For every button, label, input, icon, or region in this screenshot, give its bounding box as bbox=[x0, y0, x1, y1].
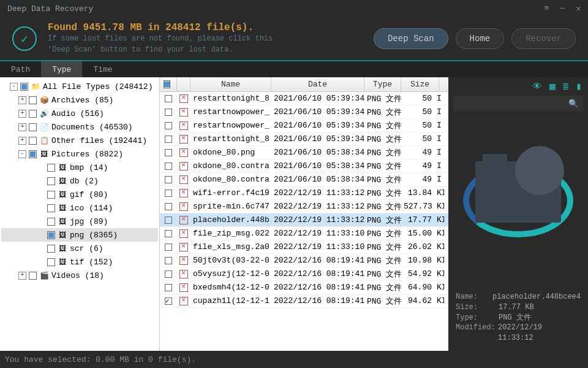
file-row[interactable]: restartnowpower_...2021/06/10 05:39:34PN… bbox=[160, 119, 448, 132]
checkbox[interactable] bbox=[29, 150, 37, 158]
tree-node[interactable]: -📁All File Types (248412) bbox=[1, 80, 158, 93]
tree-node[interactable]: 🖼jpg (89) bbox=[1, 215, 158, 228]
file-row[interactable]: placeholder.448b...2022/12/19 11:33:12PN… bbox=[160, 213, 448, 227]
row-checkbox[interactable] bbox=[165, 243, 172, 251]
deep-scan-button[interactable]: Deep Scan bbox=[374, 28, 448, 49]
expand-icon[interactable]: + bbox=[18, 272, 26, 280]
checkbox[interactable] bbox=[47, 191, 55, 199]
list-view-icon[interactable]: ≣ bbox=[563, 80, 569, 93]
row-checkbox[interactable] bbox=[165, 122, 172, 129]
file-row[interactable]: bxedsmh4(12-12-0...2022/12/16 08:19:41PN… bbox=[160, 281, 448, 294]
row-checkbox[interactable] bbox=[165, 136, 172, 143]
row-checkbox[interactable] bbox=[165, 176, 172, 183]
file-row[interactable]: cupazh1l(12-12-1...2022/12/16 08:19:41PN… bbox=[160, 294, 448, 308]
row-checkbox[interactable] bbox=[165, 203, 172, 210]
header-type[interactable]: Type bbox=[364, 77, 401, 91]
checkbox[interactable] bbox=[47, 164, 55, 172]
row-checkbox[interactable] bbox=[165, 95, 172, 102]
file-row[interactable]: restarttonight_8...2021/06/10 05:39:34PN… bbox=[160, 92, 448, 105]
tab-time[interactable]: Time bbox=[82, 61, 123, 77]
tab-type[interactable]: Type bbox=[41, 61, 82, 77]
checkbox[interactable] bbox=[29, 110, 37, 118]
checkbox[interactable] bbox=[29, 123, 37, 131]
row-checkbox[interactable] bbox=[165, 163, 172, 170]
checkbox[interactable] bbox=[47, 231, 55, 239]
tree-node[interactable]: 🖼tif (152) bbox=[1, 255, 158, 269]
tree-node[interactable]: +📄Documents (46530) bbox=[1, 120, 158, 134]
expand-icon[interactable]: + bbox=[18, 96, 26, 104]
row-checkbox[interactable] bbox=[165, 109, 172, 116]
checkbox[interactable] bbox=[47, 204, 55, 212]
file-row[interactable]: 50jt0v3t(03-22-0...2022/12/16 08:19:41PN… bbox=[160, 254, 448, 267]
tree-node[interactable]: 🖼db (2) bbox=[1, 174, 158, 188]
tree-node[interactable]: -🖼Pictures (8822) bbox=[1, 147, 158, 161]
header-name[interactable]: Name bbox=[190, 77, 271, 91]
file-row[interactable]: okdone_80.contra...2021/06/10 05:38:34PN… bbox=[160, 173, 448, 186]
tree-node[interactable]: +📋Other files (192441) bbox=[1, 134, 158, 147]
file-row[interactable]: okdone_80.png2021/06/10 05:38:34PNG 文件49… bbox=[160, 146, 448, 159]
file-name: 50jt0v3t(03-22-0... bbox=[190, 256, 271, 265]
info-size-label: Size: bbox=[456, 302, 499, 313]
row-checkbox[interactable] bbox=[165, 217, 172, 224]
tree-node[interactable]: +📦Archives (85) bbox=[1, 93, 158, 107]
expand-icon[interactable]: - bbox=[18, 150, 26, 158]
checkbox[interactable] bbox=[29, 272, 37, 280]
tree-node[interactable]: 🖼scr (6) bbox=[1, 242, 158, 255]
tree-node[interactable]: 🖼gif (80) bbox=[1, 188, 158, 201]
file-list-body[interactable]: restarttonight_8...2021/06/10 05:39:34PN… bbox=[160, 92, 448, 351]
file-row[interactable]: okdone_80.contra...2021/06/10 05:38:34PN… bbox=[160, 159, 448, 173]
menu-icon[interactable]: ≡ bbox=[545, 4, 549, 13]
recover-button[interactable]: Recover bbox=[511, 28, 576, 49]
file-row[interactable]: file_xls_msg.2a0...2022/12/19 11:33:10PN… bbox=[160, 240, 448, 254]
header-date[interactable]: Date bbox=[271, 77, 364, 91]
checkbox[interactable] bbox=[47, 258, 55, 266]
file-row[interactable]: o5vysuzj(12-12-0...2022/12/16 08:19:41PN… bbox=[160, 267, 448, 281]
search-box[interactable]: 🔍 bbox=[453, 96, 583, 112]
file-row[interactable]: sprite-min.6c747...2022/12/19 11:33:12PN… bbox=[160, 200, 448, 213]
tree-node[interactable]: +🔊Audio (516) bbox=[1, 107, 158, 120]
tree-label: Audio (516) bbox=[51, 109, 104, 118]
file-row[interactable]: wifi-error.f4c19...2022/12/19 11:33:12PN… bbox=[160, 186, 448, 200]
expand-icon[interactable]: - bbox=[10, 83, 18, 91]
header-size[interactable]: Size bbox=[401, 77, 439, 91]
checkbox[interactable] bbox=[29, 137, 37, 145]
expand-icon[interactable]: + bbox=[18, 123, 26, 131]
tab-path[interactable]: Path bbox=[0, 61, 41, 77]
row-checkbox[interactable] bbox=[165, 297, 172, 305]
filetype-tree[interactable]: -📁All File Types (248412)+📦Archives (85)… bbox=[0, 77, 159, 351]
checkbox[interactable] bbox=[20, 83, 28, 91]
checkbox[interactable] bbox=[29, 96, 37, 104]
row-checkbox[interactable] bbox=[165, 149, 172, 156]
file-icon bbox=[179, 108, 188, 117]
checkbox[interactable] bbox=[47, 177, 55, 185]
file-row[interactable]: file_zip_msg.022...2022/12/19 11:33:10PN… bbox=[160, 227, 448, 240]
file-date: 2021/06/10 05:38:34 bbox=[271, 175, 364, 184]
file-size-unit: KI bbox=[434, 269, 444, 278]
file-row[interactable]: restarttonight_8...2021/06/10 05:39:34PN… bbox=[160, 132, 448, 146]
home-button[interactable]: Home bbox=[456, 28, 505, 49]
header-checkbox[interactable] bbox=[160, 77, 177, 91]
row-checkbox[interactable] bbox=[165, 270, 172, 278]
file-name: restarttonight_8... bbox=[190, 94, 271, 103]
expand-icon[interactable]: + bbox=[18, 110, 26, 118]
close-icon[interactable]: ✕ bbox=[576, 4, 581, 13]
row-checkbox[interactable] bbox=[165, 257, 172, 264]
check-circle-icon: ✓ bbox=[12, 26, 37, 51]
grid-view-icon[interactable]: ▦ bbox=[549, 80, 556, 93]
file-row[interactable]: restartnowpower_...2021/06/10 05:39:34PN… bbox=[160, 105, 448, 119]
tree-label: db (2) bbox=[70, 177, 99, 186]
checkbox[interactable] bbox=[47, 245, 55, 253]
row-checkbox[interactable] bbox=[165, 230, 172, 237]
tree-node[interactable]: 🖼ico (114) bbox=[1, 201, 158, 215]
row-checkbox[interactable] bbox=[165, 190, 172, 197]
eye-icon[interactable]: 👁 bbox=[532, 81, 542, 93]
checkbox[interactable] bbox=[47, 218, 55, 226]
row-checkbox[interactable] bbox=[165, 284, 172, 291]
tree-node[interactable]: +🎬Videos (18) bbox=[1, 269, 158, 282]
tree-node[interactable]: 🖼png (8365) bbox=[1, 228, 158, 242]
detail-view-icon[interactable]: ▮ bbox=[576, 80, 582, 93]
tree-node[interactable]: 🖼bmp (14) bbox=[1, 161, 158, 174]
expand-icon[interactable]: + bbox=[18, 137, 26, 145]
tree-label: Videos (18) bbox=[51, 271, 104, 280]
minimize-icon[interactable]: — bbox=[560, 4, 565, 13]
